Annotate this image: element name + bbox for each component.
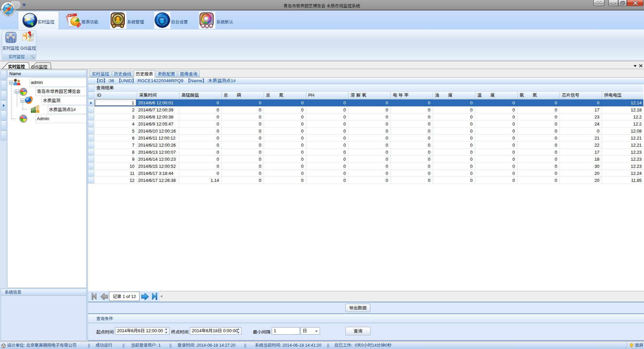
svg-text:W: W — [2, 8, 4, 10]
svg-text:E: E — [13, 8, 15, 10]
svg-text:N: N — [7, 3, 9, 5]
svg-text:S: S — [7, 14, 9, 16]
